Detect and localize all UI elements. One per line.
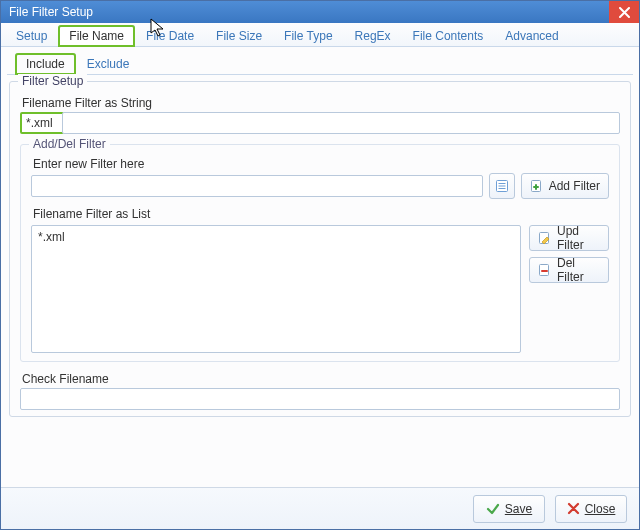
tab-label: Advanced <box>505 29 558 43</box>
filename-string-input-rest[interactable] <box>62 112 620 134</box>
filter-list[interactable]: *.xml <box>31 225 521 353</box>
new-filter-input[interactable] <box>31 175 483 197</box>
titlebar: File Filter Setup <box>1 1 639 23</box>
filename-string-label: Filename Filter as String <box>22 96 620 110</box>
upd-filter-button[interactable]: Upd Filter <box>529 225 609 251</box>
tab-label: Include <box>26 57 65 71</box>
del-filter-button[interactable]: Del Filter <box>529 257 609 283</box>
browse-icon <box>495 179 509 193</box>
tab-label: File Contents <box>413 29 484 43</box>
titlebar-close-button[interactable] <box>609 1 639 23</box>
tab-label: Exclude <box>87 57 130 71</box>
add-filter-button[interactable]: Add Filter <box>521 173 609 199</box>
document-edit-icon <box>538 231 552 245</box>
button-label: Del Filter <box>557 256 600 284</box>
tab-file-type[interactable]: File Type <box>273 25 343 47</box>
tab-file-size[interactable]: File Size <box>205 25 273 47</box>
enter-new-filter-label: Enter new Filter here <box>33 157 609 171</box>
group-legend: Add/Del Filter <box>29 137 110 151</box>
checkmark-icon <box>486 502 500 516</box>
tab-label: File Date <box>146 29 194 43</box>
check-filename-input[interactable] <box>20 388 620 410</box>
filter-list-label: Filename Filter as List <box>33 207 609 221</box>
tab-regex[interactable]: RegEx <box>344 25 402 47</box>
main-tabs: Setup File Name File Date File Size File… <box>1 23 639 47</box>
tab-label: File Name <box>69 29 124 43</box>
tab-setup[interactable]: Setup <box>5 25 58 47</box>
tab-label: File Size <box>216 29 262 43</box>
button-label: Save <box>505 502 532 516</box>
window-title: File Filter Setup <box>9 5 609 19</box>
browse-button[interactable] <box>489 173 515 199</box>
check-filename-label: Check Filename <box>22 372 620 386</box>
subtab-include[interactable]: Include <box>15 53 76 75</box>
dialog-window: File Filter Setup Setup File Name File D… <box>0 0 640 530</box>
add-del-filter-group: Add/Del Filter Enter new Filter here <box>20 144 620 362</box>
filter-setup-group: Filter Setup Filename Filter as String A… <box>9 81 631 417</box>
close-icon <box>619 7 630 18</box>
cancel-icon <box>567 502 580 515</box>
tab-label: RegEx <box>355 29 391 43</box>
document-delete-icon <box>538 263 552 277</box>
button-label: Upd Filter <box>557 224 600 252</box>
close-button[interactable]: Close <box>555 495 627 523</box>
subtab-exclude[interactable]: Exclude <box>76 53 141 75</box>
filename-string-highlight <box>20 112 64 134</box>
button-label: Close <box>585 502 616 516</box>
tab-label: File Type <box>284 29 332 43</box>
tab-advanced[interactable]: Advanced <box>494 25 569 47</box>
filename-string-input[interactable] <box>22 114 62 132</box>
button-label: Add Filter <box>549 179 600 193</box>
tab-label: Setup <box>16 29 47 43</box>
tab-file-date[interactable]: File Date <box>135 25 205 47</box>
dialog-footer: Save Close <box>1 487 639 529</box>
plus-icon <box>530 179 544 193</box>
tab-file-contents[interactable]: File Contents <box>402 25 495 47</box>
tab-file-name[interactable]: File Name <box>58 25 135 47</box>
list-item[interactable]: *.xml <box>38 230 514 244</box>
sub-tabs: Include Exclude <box>7 51 633 75</box>
group-legend: Filter Setup <box>18 74 87 88</box>
save-button[interactable]: Save <box>473 495 545 523</box>
